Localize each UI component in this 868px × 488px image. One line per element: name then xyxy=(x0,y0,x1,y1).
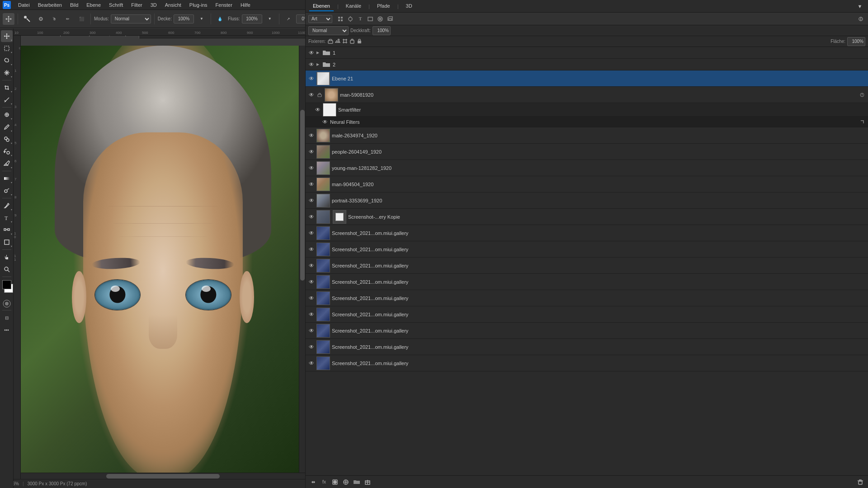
vertical-scrollbar[interactable] xyxy=(299,46,305,473)
measure-tool[interactable]: ▾ xyxy=(1,94,13,106)
neuralfilters-extra[interactable] xyxy=(859,119,865,125)
layer-sc4[interactable]: 👁 Screenshot_2021...om.miui.gallery xyxy=(306,274,868,290)
move-tool[interactable]: ▾ xyxy=(1,30,13,42)
text-tool[interactable]: T ▾ xyxy=(1,212,13,224)
smartfilter-visibility[interactable]: 👁 xyxy=(315,107,321,113)
eraser-tool[interactable]: ▾ xyxy=(1,158,13,169)
airbrush-btn[interactable]: 💧 xyxy=(214,13,226,25)
add-layer-btn[interactable] xyxy=(363,477,373,487)
sc1-visibility[interactable]: 👁 xyxy=(308,230,315,236)
foreground-color[interactable] xyxy=(2,280,11,289)
modus-select[interactable]: Normal Multiplizieren Auflösen xyxy=(111,14,151,23)
select-tool[interactable]: ▾ xyxy=(1,42,13,54)
move-tool-btn[interactable] xyxy=(3,13,14,25)
lasso-tool[interactable]: ▾ xyxy=(1,55,13,66)
quick-mask-btn[interactable] xyxy=(2,299,12,309)
tab-kanaele[interactable]: Kanäle xyxy=(342,1,365,11)
menu-hilfe[interactable]: Hilfe xyxy=(237,1,254,9)
sc6-visibility[interactable]: 👁 xyxy=(308,311,315,318)
sc8-visibility[interactable]: 👁 xyxy=(308,344,315,350)
layer-group-1[interactable]: 👁 ▶ 1 xyxy=(306,47,868,59)
tab-ebenen[interactable]: Ebenen xyxy=(309,1,334,11)
clone-tool[interactable]: ▾ xyxy=(1,133,13,145)
menu-ebene[interactable]: Ebene xyxy=(83,1,104,9)
erase-tool-btn[interactable]: ⬛ xyxy=(75,13,87,25)
layer-sc8[interactable]: 👁 Screenshot_2021...om.miui.gallery xyxy=(306,339,868,355)
menu-bearbeiten[interactable]: Bearbeiten xyxy=(34,1,66,9)
menu-3d[interactable]: 3D xyxy=(147,1,160,9)
youngman1281-visibility[interactable]: 👁 xyxy=(308,165,315,171)
layer-filter-shape-btn[interactable] xyxy=(366,14,375,23)
group2-visibility[interactable]: 👁 xyxy=(308,61,315,68)
layer-sc6[interactable]: 👁 Screenshot_2021...om.miui.gallery xyxy=(306,306,868,323)
menu-schrift[interactable]: Schrift xyxy=(105,1,127,9)
decke-arrow-btn[interactable]: ▼ xyxy=(196,13,208,25)
screen-mode-btn[interactable]: ⊟ xyxy=(1,312,13,324)
layer-filter-group-btn[interactable] xyxy=(386,14,395,23)
sublayer-smartfilter[interactable]: 👁 Smartfilter xyxy=(306,103,868,117)
sc7-visibility[interactable]: 👁 xyxy=(308,328,315,334)
male2634-visibility[interactable]: 👁 xyxy=(308,132,315,139)
man904504-visibility[interactable]: 👁 xyxy=(308,181,315,188)
sample-tool-btn[interactable]: 🖱 xyxy=(48,13,60,25)
panel-collapse-btn[interactable]: ▼ xyxy=(855,2,864,11)
lock-transparent-btn[interactable] xyxy=(327,38,334,45)
deckkraft-input[interactable] xyxy=(373,26,391,35)
magic-wand-tool[interactable]: ▾ xyxy=(1,67,13,79)
brush-tool[interactable]: ▾ xyxy=(1,121,13,133)
menu-plugins[interactable]: Plug-ins xyxy=(186,1,211,9)
layer-ebene21[interactable]: 👁 Ebene 21 xyxy=(306,70,868,87)
zoom-tool[interactable] xyxy=(1,263,13,275)
sc3-visibility[interactable]: 👁 xyxy=(308,263,315,269)
layer-sc5[interactable]: 👁 Screenshot_2021...om.miui.gallery xyxy=(306,290,868,306)
sc2-visibility[interactable]: 👁 xyxy=(308,246,315,253)
layer-sc9[interactable]: 👁 Screenshot_2021...om.miui.gallery xyxy=(306,355,868,371)
layer-portrait3353[interactable]: 👁 portrait-3353699_1920 xyxy=(306,192,868,209)
group1-arrow[interactable]: ▶ xyxy=(316,51,319,55)
ebene21-visibility[interactable]: 👁 xyxy=(308,75,315,82)
tab-pfade[interactable]: Pfade xyxy=(373,1,394,11)
screenshotcopy-visibility[interactable]: 👁 xyxy=(308,214,315,220)
pen-tool[interactable]: ▾ xyxy=(1,200,13,211)
shape-tool[interactable]: ▾ xyxy=(1,236,13,248)
gradient-tool[interactable]: ▾ xyxy=(1,173,13,184)
tab-3d[interactable]: 3D xyxy=(402,1,416,11)
layer-filter-smart-btn[interactable] xyxy=(376,14,385,23)
layer-filter-pixel-btn[interactable] xyxy=(336,14,345,23)
portrait3353-visibility[interactable]: 👁 xyxy=(308,197,315,204)
decke-input[interactable] xyxy=(174,14,194,23)
hand-tool[interactable] xyxy=(1,251,13,263)
sc9-visibility[interactable]: 👁 xyxy=(308,360,315,366)
group1-visibility[interactable]: 👁 xyxy=(308,50,315,56)
sc5-visibility[interactable]: 👁 xyxy=(308,295,315,301)
layer-sc7[interactable]: 👁 Screenshot_2021...om.miui.gallery xyxy=(306,323,868,339)
brush2-tool-btn[interactable]: ✏ xyxy=(62,13,74,25)
layer-sc2[interactable]: 👁 Screenshot_2021...om.miui.gallery xyxy=(306,241,868,258)
delete-layer-btn[interactable] xyxy=(855,477,865,487)
menu-bild[interactable]: Bild xyxy=(66,1,82,9)
path-tool[interactable]: ▾ xyxy=(1,224,13,236)
layer-group-2[interactable]: 👁 ▶ 2 xyxy=(306,59,868,70)
add-link-btn[interactable] xyxy=(308,477,318,487)
layers-filter-select[interactable]: Art Name Effekt xyxy=(308,15,332,23)
more-tools-btn[interactable]: ••• xyxy=(1,324,13,336)
people2604-visibility[interactable]: 👁 xyxy=(308,149,315,155)
layer-man904504[interactable]: 👁 man-904504_1920 xyxy=(306,176,868,192)
angle-tool-btn[interactable]: ↗ xyxy=(283,13,294,25)
lock-artboard-btn[interactable] xyxy=(342,38,348,45)
layer-filter-adj-btn[interactable] xyxy=(346,14,355,23)
layer-man59[interactable]: 👁 man-59081920 xyxy=(306,87,868,103)
layer-filter-text-btn[interactable]: T xyxy=(356,14,365,23)
menu-fenster[interactable]: Fenster xyxy=(212,1,236,9)
add-adj-btn[interactable] xyxy=(341,477,351,487)
crop-tool[interactable]: ▾ xyxy=(1,82,13,94)
menu-filter[interactable]: Filter xyxy=(127,1,146,9)
neuralfilters-visibility[interactable]: 👁 xyxy=(322,119,328,125)
settings-tool-btn[interactable]: ⚙ xyxy=(35,13,47,25)
add-group-btn[interactable] xyxy=(352,477,362,487)
sublayer-neuralfilters[interactable]: 👁 Neural Filters xyxy=(306,117,868,127)
flaeche-input[interactable] xyxy=(847,37,865,46)
fluss-input[interactable] xyxy=(242,14,262,23)
dodge-tool[interactable]: ▾ xyxy=(1,185,13,197)
lock-image-btn[interactable] xyxy=(335,38,341,45)
